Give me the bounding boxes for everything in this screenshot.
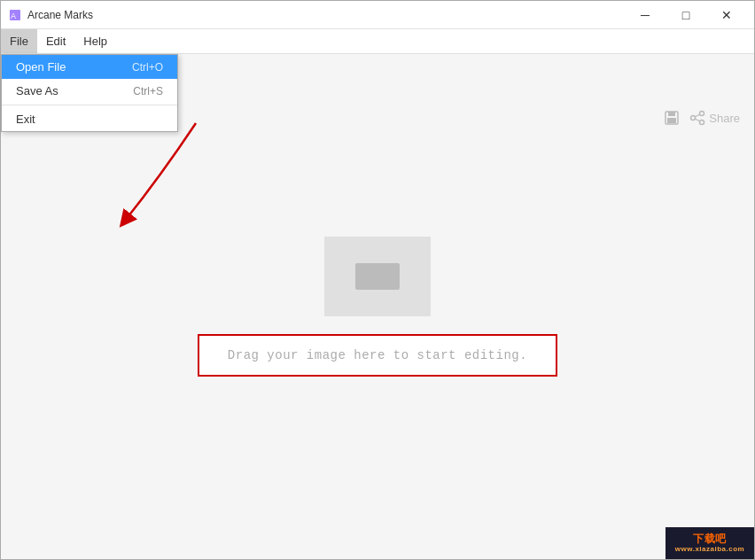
watermark: 下载吧 www.xiazaiba.com	[665, 527, 754, 559]
image-placeholder	[324, 237, 431, 316]
save-as-shortcut: Ctrl+S	[133, 85, 163, 97]
open-file-shortcut: Ctrl+O	[132, 61, 163, 74]
minimize-button[interactable]: ─	[625, 1, 665, 29]
share-toolbar-button[interactable]: Share	[689, 110, 740, 126]
file-dropdown-menu: Open File Ctrl+O Save As Ctrl+S Exit	[1, 54, 178, 132]
svg-rect-3	[668, 112, 675, 116]
svg-line-9	[695, 119, 700, 121]
app-window: A Arcane Marks ─ □ ✕ File Edit Help Open…	[0, 0, 755, 560]
share-label: Share	[709, 112, 740, 125]
window-controls: ─ □ ✕	[625, 1, 747, 29]
watermark-line1: 下载吧	[675, 533, 744, 545]
svg-text:A: A	[11, 12, 16, 20]
title-bar: A Arcane Marks ─ □ ✕	[1, 1, 754, 29]
menu-separator	[2, 105, 177, 105]
drop-zone[interactable]: Drag your image here to start editing.	[198, 334, 557, 377]
menu-bar: File Edit Help Open File Ctrl+O Save As …	[1, 29, 754, 54]
svg-point-7	[700, 121, 704, 125]
watermark-text: 下载吧 www.xiazaiba.com	[675, 533, 744, 554]
menu-save-as[interactable]: Save As Ctrl+S	[2, 79, 177, 103]
image-placeholder-inner	[355, 263, 400, 290]
svg-line-8	[695, 114, 700, 117]
maximize-button[interactable]: □	[665, 1, 706, 29]
svg-point-5	[700, 112, 704, 116]
save-toolbar-button[interactable]	[661, 107, 682, 128]
svg-point-6	[691, 116, 696, 121]
app-icon: A	[8, 8, 22, 22]
watermark-line2: www.xiazaiba.com	[675, 545, 744, 554]
menu-open-file[interactable]: Open File Ctrl+O	[2, 55, 177, 79]
menu-item-edit[interactable]: Edit	[37, 29, 74, 53]
drop-zone-text: Drag your image here to start editing.	[228, 348, 527, 362]
menu-item-file[interactable]: File	[1, 29, 37, 53]
menu-exit[interactable]: Exit	[2, 107, 177, 131]
svg-rect-4	[667, 118, 676, 123]
save-as-label: Save As	[16, 84, 58, 97]
menu-item-help[interactable]: Help	[74, 29, 116, 53]
window-title: Arcane Marks	[27, 9, 625, 21]
open-file-label: Open File	[16, 60, 66, 74]
exit-label: Exit	[16, 113, 35, 126]
close-button[interactable]: ✕	[706, 1, 747, 29]
toolbar: Share	[661, 107, 740, 128]
